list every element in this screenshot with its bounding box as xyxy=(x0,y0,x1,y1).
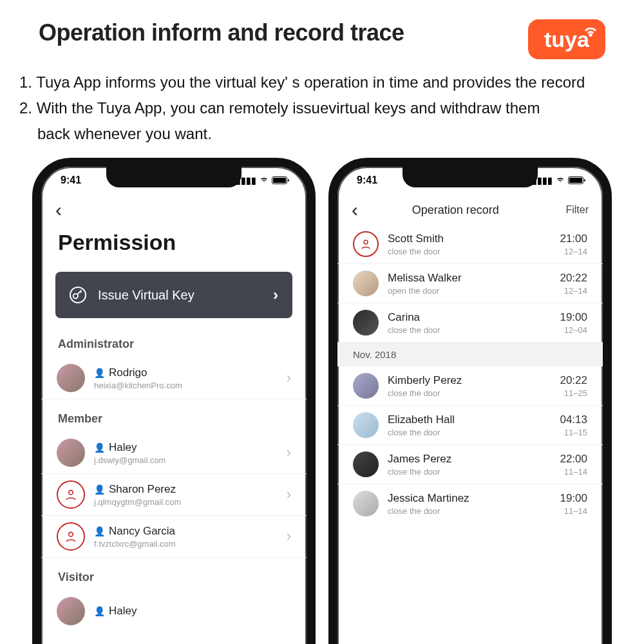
avatar-outline xyxy=(57,522,85,551)
user-name: Haley xyxy=(109,441,137,454)
tuya-logo: tuya xyxy=(528,19,605,59)
bullet-2b: back whenever you want. xyxy=(19,122,625,146)
record-name: James Perez xyxy=(388,453,451,466)
page-title: Operation inform and record trace xyxy=(39,19,404,46)
record-action: close the door xyxy=(388,428,560,437)
record-name: Jessica Martinez xyxy=(388,492,469,505)
back-button[interactable]: ‹ xyxy=(55,199,62,221)
record-name: Kimberly Perez xyxy=(388,374,462,387)
record-row[interactable]: Scott Smith close the door 21:00 12–14 xyxy=(337,225,603,264)
avatar xyxy=(353,451,379,477)
section-member: Member xyxy=(41,408,307,432)
record-date: 12–04 xyxy=(560,325,587,335)
record-action: close the door xyxy=(388,247,560,256)
key-icon xyxy=(70,287,86,303)
user-name: Sharon Perez xyxy=(109,483,176,496)
user-name: Haley xyxy=(109,605,137,618)
admin-row[interactable]: 👤Rodrigo heixia@kitchenPro.com › xyxy=(41,357,307,399)
avatar xyxy=(353,491,379,516)
record-date: 11–25 xyxy=(560,388,587,398)
record-name: Elizabeth Hall xyxy=(388,413,455,426)
record-action: close the door xyxy=(388,506,560,516)
filter-button[interactable]: Filter xyxy=(565,204,589,216)
user-email: j.qlmqygtm@gmail.com xyxy=(94,497,287,507)
record-row[interactable]: Carina close the door 19:00 12–04 xyxy=(337,303,603,343)
avatar xyxy=(353,270,379,296)
bullet-2a: 2. With the Tuya App, you can remotely i… xyxy=(19,97,625,120)
description: 1. Tuya App informs you the virtual key'… xyxy=(19,71,625,148)
record-date: 11–14 xyxy=(560,467,587,477)
svg-point-1 xyxy=(73,294,78,298)
person-icon: 👤 xyxy=(94,484,105,495)
person-icon: 👤 xyxy=(94,442,105,453)
person-icon: 👤 xyxy=(94,368,105,378)
record-date: 11–15 xyxy=(560,428,587,437)
user-name: Rodrigo xyxy=(109,366,147,379)
chevron-right-icon: › xyxy=(287,444,291,461)
svg-point-0 xyxy=(590,34,592,36)
record-row[interactable]: Jessica Martinez close the door 19:00 11… xyxy=(337,484,603,523)
visitor-row[interactable]: 👤Haley xyxy=(41,591,307,632)
record-action: open the door xyxy=(388,286,560,296)
avatar xyxy=(353,310,379,336)
svg-point-4 xyxy=(364,240,368,244)
tuya-logo-text: tuya xyxy=(544,27,589,52)
chevron-right-icon: › xyxy=(287,528,291,545)
person-icon: 👤 xyxy=(94,606,105,616)
member-row[interactable]: 👤Nancy Garcia f.tvztclxrc@gmail.com › xyxy=(41,516,307,558)
record-action: close the door xyxy=(388,388,560,398)
record-row[interactable]: James Perez close the door 22:00 11–14 xyxy=(337,445,603,484)
avatar xyxy=(353,412,379,438)
record-date: 11–14 xyxy=(560,506,587,516)
record-time: 04:13 xyxy=(560,413,587,426)
record-time: 22:00 xyxy=(560,453,587,466)
phone-operation-record: 9:41 ▮▮▮▮ ‹ Operation record Filter Scot… xyxy=(328,158,612,644)
avatar xyxy=(57,439,85,467)
record-row[interactable]: Melissa Walker open the door 20:22 12–14 xyxy=(337,264,603,303)
notch xyxy=(106,167,242,187)
record-name: Carina xyxy=(388,311,420,324)
record-row[interactable]: Kimberly Perez close the door 20:22 11–2… xyxy=(337,366,603,406)
record-time: 20:22 xyxy=(560,374,587,387)
nav-bar: ‹ Operation record Filter xyxy=(337,194,603,225)
wifi-icon xyxy=(259,175,269,185)
user-email: j.dswiy@gmail.com xyxy=(94,455,287,465)
svg-point-3 xyxy=(69,532,73,536)
user-email: f.tvztclxrc@gmail.com xyxy=(94,539,287,549)
phone-permission: 9:41 ▮▮▮▮ ‹ Permission Issue Virtual Key… xyxy=(32,158,316,644)
nav-title: Operation record xyxy=(345,204,565,217)
chevron-right-icon: › xyxy=(287,486,291,503)
record-time: 20:22 xyxy=(560,272,587,285)
record-time: 21:00 xyxy=(560,232,587,245)
status-time: 9:41 xyxy=(61,175,81,186)
battery-icon xyxy=(568,176,583,184)
wifi-icon xyxy=(583,23,598,41)
issue-virtual-key-button[interactable]: Issue Virtual Key › xyxy=(55,272,292,318)
user-email: heixia@kitchenPro.com xyxy=(94,381,287,390)
record-date: 12–14 xyxy=(560,286,587,296)
record-name: Scott Smith xyxy=(388,232,444,245)
member-row[interactable]: 👤Sharon Perez j.qlmqygtm@gmail.com › xyxy=(41,474,307,516)
member-row[interactable]: 👤Haley j.dswiy@gmail.com › xyxy=(41,432,307,474)
record-action: close the door xyxy=(388,325,560,335)
record-time: 19:00 xyxy=(560,492,587,505)
person-icon: 👤 xyxy=(94,526,105,536)
avatar-outline xyxy=(353,231,379,257)
section-administrator: Administrator xyxy=(41,334,307,357)
record-date: 12–14 xyxy=(560,247,587,256)
issue-key-label: Issue Virtual Key xyxy=(98,288,273,303)
record-name: Melissa Walker xyxy=(388,272,462,285)
record-row[interactable]: Elizabeth Hall close the door 04:13 11–1… xyxy=(337,406,603,445)
avatar-outline xyxy=(57,480,85,509)
nav-bar: ‹ xyxy=(41,194,307,225)
svg-point-2 xyxy=(69,490,73,495)
notch xyxy=(402,167,538,187)
chevron-right-icon: › xyxy=(273,286,278,304)
avatar xyxy=(57,364,85,392)
month-header: Nov. 2018 xyxy=(337,343,603,366)
chevron-right-icon: › xyxy=(287,370,291,386)
section-visitor: Visitor xyxy=(41,567,307,591)
record-action: close the door xyxy=(388,467,560,477)
wifi-icon xyxy=(555,175,565,185)
avatar xyxy=(353,373,379,399)
